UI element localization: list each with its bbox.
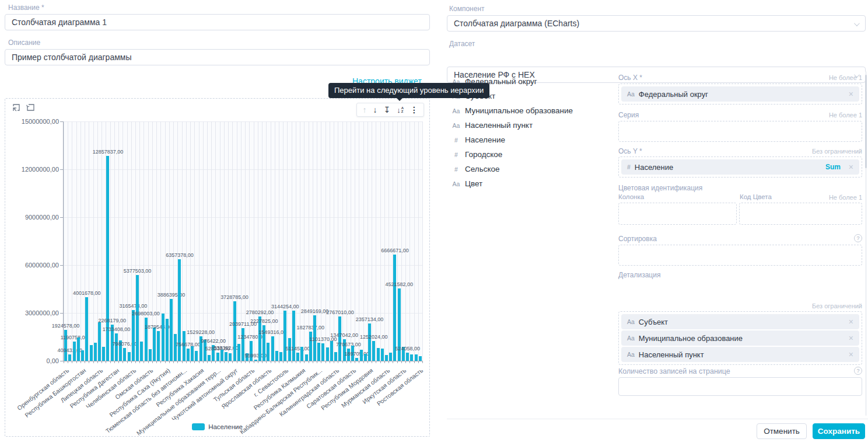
bar[interactable]	[300, 347, 303, 361]
bar[interactable]	[271, 336, 274, 361]
bar[interactable]	[372, 341, 375, 361]
bar[interactable]	[208, 355, 211, 361]
color-column-dropzone[interactable]	[618, 203, 737, 225]
bar[interactable]	[317, 343, 320, 361]
bar[interactable]	[174, 334, 177, 361]
remove-chip-icon[interactable]: ×	[849, 162, 853, 172]
bar[interactable]	[220, 350, 223, 361]
bar[interactable]	[115, 333, 118, 361]
bar[interactable]	[267, 343, 270, 361]
bar[interactable]	[242, 328, 244, 361]
bar[interactable]	[229, 353, 232, 361]
detail-chip[interactable]: Aa Субъект ×	[621, 314, 859, 329]
bar[interactable]	[393, 255, 396, 361]
detail-dropzone[interactable]: Aa Субъект × Aa Муниципальное образовани…	[618, 311, 862, 365]
bar[interactable]	[81, 350, 84, 361]
bar[interactable]	[237, 344, 240, 361]
description-input[interactable]	[5, 49, 430, 65]
remove-chip-icon[interactable]: ×	[849, 317, 853, 326]
bar[interactable]	[94, 343, 97, 361]
bar[interactable]	[77, 337, 80, 361]
field-item[interactable]: #Население	[452, 135, 604, 150]
bar[interactable]	[360, 350, 363, 361]
bar[interactable]	[233, 301, 236, 361]
bar[interactable]	[330, 341, 333, 361]
bar[interactable]	[377, 348, 380, 361]
bar[interactable]	[415, 354, 418, 361]
aggregation-badge[interactable]: Sum	[825, 163, 841, 171]
bar[interactable]	[225, 352, 228, 361]
color-code-dropzone[interactable]	[739, 203, 862, 225]
bar[interactable]	[68, 354, 71, 361]
bar[interactable]	[162, 314, 164, 361]
bar[interactable]	[385, 355, 388, 361]
bar[interactable]	[216, 353, 219, 361]
zoom-select-icon[interactable]	[12, 103, 21, 112]
bar[interactable]	[140, 342, 143, 361]
scrollbar-thumb[interactable]	[865, 75, 867, 168]
bar[interactable]	[296, 353, 299, 361]
bar[interactable]	[170, 299, 173, 361]
bar[interactable]	[123, 348, 126, 361]
component-select[interactable]: Столбчатая диаграмма (ECharts)	[447, 15, 866, 32]
bar[interactable]	[85, 297, 88, 361]
field-item[interactable]: AaМуниципальное образование	[452, 106, 604, 121]
bar[interactable]	[419, 356, 422, 361]
hierarchy-up-icon[interactable]: ↑	[362, 106, 366, 114]
bar[interactable]	[90, 345, 93, 361]
save-button[interactable]: Сохранить	[813, 423, 865, 439]
bar[interactable]	[73, 342, 76, 361]
bar[interactable]	[136, 275, 139, 361]
field-item[interactable]: #Городское	[452, 150, 604, 165]
x-axis-chip[interactable]: Aa Федеральный округ ×	[621, 86, 859, 102]
bar[interactable]	[149, 349, 152, 361]
cancel-button[interactable]: Отменить	[757, 423, 807, 439]
bar[interactable]	[191, 346, 194, 361]
bar[interactable]	[132, 310, 135, 361]
bar[interactable]	[254, 360, 257, 361]
bar[interactable]	[275, 351, 278, 361]
page-size-help-icon[interactable]: ?	[854, 367, 862, 375]
bar[interactable]	[153, 328, 156, 361]
bar[interactable]	[334, 352, 337, 361]
remove-chip-icon[interactable]: ×	[849, 89, 853, 99]
series-dropzone[interactable]	[618, 121, 862, 142]
bar[interactable]	[364, 354, 367, 361]
bar[interactable]	[368, 323, 371, 361]
bar[interactable]	[381, 349, 384, 361]
bar[interactable]	[326, 347, 329, 361]
bar[interactable]	[355, 358, 358, 361]
bar[interactable]	[406, 353, 409, 361]
field-item[interactable]: AaНаселенный пункт	[452, 121, 604, 135]
bar[interactable]	[98, 322, 101, 361]
bar[interactable]	[166, 319, 169, 361]
y-axis-chip[interactable]: # Население Sum ×	[621, 159, 859, 175]
sort-az-icon[interactable]: ↓AZ	[397, 106, 404, 114]
sorting-help-icon[interactable]: ?	[854, 234, 862, 242]
bar[interactable]	[284, 311, 286, 361]
y-axis-dropzone[interactable]: # Население Sum ×	[618, 156, 862, 178]
remove-chip-icon[interactable]: ×	[849, 350, 853, 359]
bar[interactable]	[292, 311, 295, 361]
detail-chip[interactable]: Aa Муниципальное образование ×	[621, 330, 859, 346]
page-size-input[interactable]	[618, 377, 862, 396]
hierarchy-next-level-icon[interactable]: ↧	[383, 106, 390, 114]
bar[interactable]	[305, 354, 308, 361]
field-item[interactable]: #Сельское	[452, 165, 604, 179]
detail-chip[interactable]: Aa Населенный пункт ×	[621, 347, 859, 362]
bar[interactable]	[321, 343, 324, 361]
x-axis-dropzone[interactable]: Aa Федеральный округ ×	[618, 83, 862, 105]
field-item[interactable]: AaЦвет	[452, 179, 604, 194]
bar[interactable]	[279, 352, 282, 361]
zoom-reset-icon[interactable]	[26, 103, 35, 112]
more-options-icon[interactable]: ⋮	[410, 106, 418, 114]
bar[interactable]	[410, 354, 413, 361]
bar[interactable]	[187, 349, 190, 361]
bar[interactable]	[338, 316, 341, 361]
hierarchy-down-icon[interactable]: ↓	[373, 106, 377, 114]
bar[interactable]	[102, 347, 105, 361]
sorting-dropzone[interactable]	[618, 245, 862, 266]
bar[interactable]	[157, 331, 160, 361]
bar[interactable]	[128, 352, 131, 361]
remove-chip-icon[interactable]: ×	[849, 333, 853, 343]
